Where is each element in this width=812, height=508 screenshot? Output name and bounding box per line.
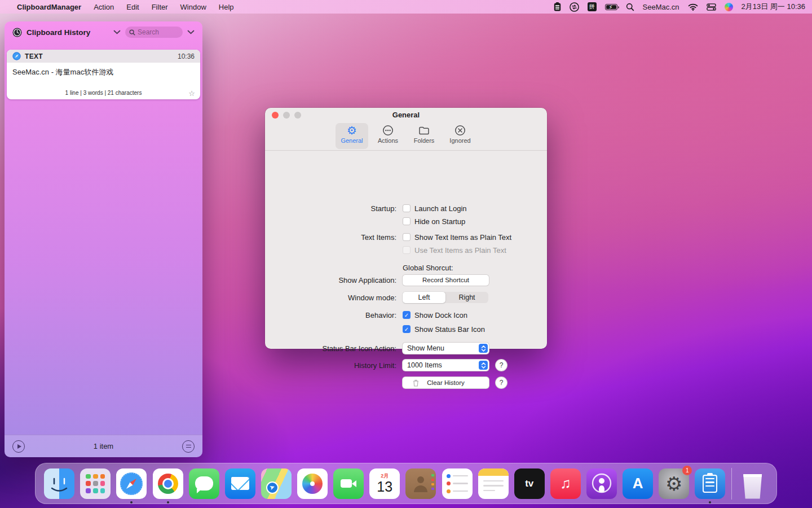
checkbox-label[interactable]: Show Text Items as Plain Text: [414, 233, 511, 242]
search-placeholder: Search: [138, 28, 159, 36]
dock-reminders-icon[interactable]: [442, 468, 473, 499]
safari-favicon: [12, 52, 21, 60]
trash-icon: [413, 379, 419, 387]
select-value: Show Menu: [407, 344, 444, 352]
dock-photos-icon[interactable]: [297, 468, 328, 499]
input-method-icon[interactable]: 拼: [588, 2, 597, 11]
history-limit-select[interactable]: 1000 Items: [403, 360, 489, 371]
tab-folders[interactable]: Folders: [408, 123, 440, 149]
segment-left[interactable]: Left: [403, 292, 445, 303]
menu-action[interactable]: Action: [94, 3, 114, 11]
clipboard-item[interactable]: TEXT 10:36 SeeMac.cn - 海量mac软件游戏 1 line …: [7, 50, 200, 99]
record-shortcut-button[interactable]: Record Shortcut: [403, 275, 489, 286]
battery-charging-icon[interactable]: ⚡: [605, 4, 617, 10]
checkbox-label[interactable]: Launch at Login: [414, 204, 467, 213]
dock-messages-icon[interactable]: [189, 468, 219, 499]
menu-filter[interactable]: Filter: [152, 3, 168, 11]
folder-icon: [418, 124, 430, 137]
tab-actions[interactable]: Actions: [372, 123, 404, 149]
zoom-button[interactable]: [294, 112, 301, 119]
dock-launchpad-icon[interactable]: [80, 468, 111, 499]
clear-history-button[interactable]: Clear History: [403, 377, 489, 388]
show-status-bar-icon-checkbox[interactable]: ✓: [403, 325, 411, 333]
launch-at-login-checkbox[interactable]: [403, 204, 411, 212]
tab-label: Ignored: [449, 137, 470, 144]
dock-podcasts-icon[interactable]: [586, 468, 617, 499]
history-limit-help-button[interactable]: ?: [496, 360, 507, 371]
menu-window[interactable]: Window: [180, 3, 206, 11]
actions-icon: [382, 124, 394, 137]
close-button[interactable]: [272, 112, 279, 119]
item-meta: 1 line | 3 words | 21 characters: [7, 90, 200, 96]
history-limit-label: History Limit:: [265, 361, 396, 370]
show-dock-icon-checkbox[interactable]: ✓: [403, 311, 411, 319]
menu-bar: ClipboardManager Action Edit Filter Wind…: [0, 0, 812, 14]
menubar-clock[interactable]: 2月13日 周一 10:36: [742, 2, 805, 12]
dock-safari-icon[interactable]: [116, 468, 147, 499]
checkbox-label[interactable]: Hide on Startup: [414, 217, 465, 226]
tab-general[interactable]: ⚙ General: [336, 123, 368, 149]
tab-label: Actions: [378, 137, 398, 144]
behavior-label: Behavior:: [265, 311, 396, 319]
tab-ignored[interactable]: Ignored: [444, 123, 476, 149]
gear-icon: ⚙: [347, 124, 357, 137]
sync-status-icon[interactable]: [570, 2, 579, 12]
stepper-chevrons-icon: [479, 344, 488, 353]
dock-chrome-icon[interactable]: [153, 468, 183, 499]
search-input[interactable]: Search: [125, 27, 183, 38]
dock-systempreferences-icon[interactable]: ⚙ 1: [659, 468, 689, 499]
siri-icon[interactable]: [725, 3, 733, 11]
clock-icon: [12, 28, 22, 37]
star-icon[interactable]: ☆: [188, 89, 195, 98]
text-items-label: Text Items:: [265, 233, 396, 242]
chevron-down-icon[interactable]: [113, 30, 121, 34]
show-text-items-checkbox[interactable]: [403, 233, 411, 241]
tab-label: General: [341, 137, 363, 144]
hide-on-startup-checkbox[interactable]: [403, 217, 411, 225]
dock-maps-icon[interactable]: ➤: [261, 468, 292, 499]
menu-edit[interactable]: Edit: [126, 3, 139, 11]
dock-calendar-icon[interactable]: 2月 13: [369, 468, 400, 499]
preferences-toolbar: ⚙ General Actions Folders Ignored: [265, 122, 547, 151]
dock-finder-icon[interactable]: [44, 468, 74, 499]
tv-label: tv: [525, 478, 533, 489]
dock-notes-icon[interactable]: [478, 468, 509, 499]
status-bar-action-label: Status Bar Icon Action:: [265, 344, 396, 353]
dock-appletv-icon[interactable]: tv: [514, 468, 545, 499]
app-menu-title[interactable]: ClipboardManager: [17, 3, 81, 11]
navigation-arrow-icon: ➤: [268, 483, 276, 492]
window-mode-segment: Left Right: [403, 292, 488, 303]
wifi-icon[interactable]: [688, 3, 698, 11]
notification-badge: 1: [682, 466, 692, 475]
dock-trash-icon[interactable]: [738, 468, 768, 499]
dock-music-icon[interactable]: ♫: [550, 468, 581, 499]
control-center-icon[interactable]: [707, 3, 716, 11]
dock-appstore-icon[interactable]: A: [623, 468, 653, 499]
checkbox-label: Use Text Items as Plain Text: [414, 246, 506, 255]
checkbox-label[interactable]: Show Dock Icon: [414, 311, 467, 319]
menu-help[interactable]: Help: [219, 3, 234, 11]
segment-right[interactable]: Right: [445, 292, 488, 303]
tab-label: Folders: [414, 137, 435, 144]
status-bar-action-select[interactable]: Show Menu: [403, 343, 489, 354]
item-count: 1 item: [5, 442, 202, 450]
status-text[interactable]: SeeMac.cn: [643, 3, 679, 11]
window-title: General: [265, 108, 547, 122]
button-label: Clear History: [427, 379, 464, 386]
item-content: SeeMac.cn - 海量mac软件游戏: [7, 63, 200, 77]
clipboard-status-icon[interactable]: [554, 2, 561, 11]
startup-label: Startup:: [265, 204, 396, 213]
checkbox-label[interactable]: Show Status Bar Icon: [414, 325, 485, 334]
title-bar[interactable]: General: [265, 108, 547, 122]
dock: ➤ 2月 13 tv ♫ A ⚙ 1: [35, 463, 777, 504]
spotlight-icon[interactable]: [626, 3, 634, 11]
dock-facetime-icon[interactable]: [333, 468, 364, 499]
dock-contacts-icon[interactable]: [405, 468, 436, 499]
chevron-down-icon[interactable]: [187, 30, 195, 34]
minimize-button[interactable]: [283, 112, 290, 119]
dock-clipboardmanager-icon[interactable]: [695, 468, 725, 499]
clear-history-help-button[interactable]: ?: [496, 377, 507, 388]
appstore-glyph: A: [623, 468, 653, 499]
dock-mail-icon[interactable]: [225, 468, 255, 499]
item-type-label: TEXT: [25, 52, 43, 60]
